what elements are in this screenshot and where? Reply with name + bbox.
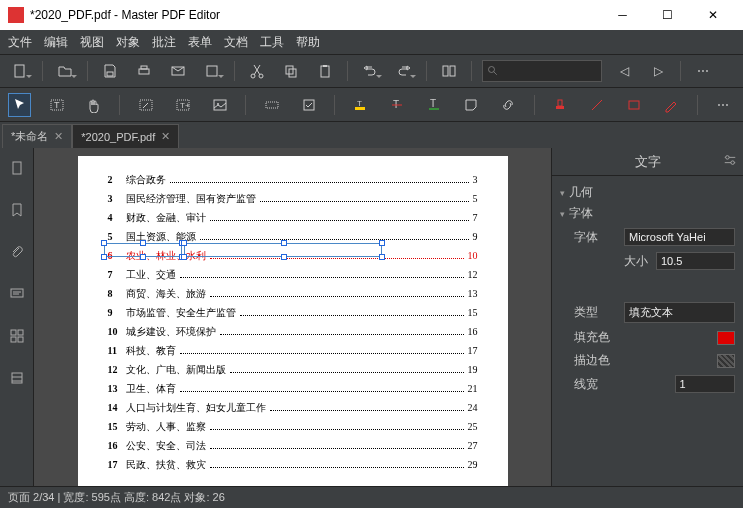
toc-line[interactable]: 3国民经济管理、国有资产监管5 — [108, 192, 478, 206]
toc-line[interactable]: 16公安、安全、司法27 — [108, 439, 478, 453]
svg-rect-33 — [11, 330, 16, 335]
svg-text:T: T — [430, 98, 436, 109]
more-button[interactable]: ⋯ — [691, 59, 715, 83]
layers-button[interactable] — [5, 366, 29, 390]
toc-line[interactable]: 11科技、教育17 — [108, 344, 478, 358]
menu-doc[interactable]: 文档 — [224, 34, 248, 51]
page-view: 2综合政务33国民经济管理、国有资产监管54财政、金融、审计75国土资源、能源9… — [78, 156, 508, 486]
svg-point-39 — [731, 161, 735, 165]
svg-rect-3 — [141, 66, 147, 69]
copy-button[interactable] — [279, 59, 303, 83]
note-tool[interactable] — [460, 93, 483, 117]
toc-line[interactable]: 17民政、扶贫、救灾29 — [108, 458, 478, 472]
comments-button[interactable] — [5, 282, 29, 306]
app-logo — [8, 7, 24, 23]
search-prev-button[interactable]: ◁ — [612, 59, 636, 83]
tab-active[interactable]: *2020_PDF.pdf ✕ — [72, 124, 179, 148]
redo-button[interactable] — [392, 59, 416, 83]
strikeout-tool[interactable]: T — [386, 93, 409, 117]
text-tool[interactable]: T — [45, 93, 68, 117]
svg-rect-0 — [15, 65, 24, 77]
close-button[interactable]: ✕ — [690, 0, 735, 30]
menu-help[interactable]: 帮助 — [296, 34, 320, 51]
status-text: 页面 2/34 | 宽度: 595点 高度: 842点 对象: 26 — [8, 490, 225, 505]
section-font[interactable]: 字体 — [560, 205, 735, 222]
add-text-tool[interactable]: T+ — [171, 93, 194, 117]
form-check-tool[interactable] — [297, 93, 320, 117]
svg-point-14 — [489, 67, 495, 73]
menu-file[interactable]: 文件 — [8, 34, 32, 51]
fill-color-swatch[interactable] — [717, 331, 735, 345]
section-geometry[interactable]: 几何 — [560, 184, 735, 201]
toc-line[interactable]: 10城乡建设、环境保护16 — [108, 325, 478, 339]
pencil-tool[interactable] — [660, 93, 683, 117]
search-next-button[interactable]: ▷ — [646, 59, 670, 83]
open-button[interactable] — [53, 59, 77, 83]
sidebar — [0, 148, 34, 486]
line-tool[interactable] — [586, 93, 609, 117]
menu-form[interactable]: 表单 — [188, 34, 212, 51]
stamp-tool[interactable] — [549, 93, 572, 117]
scan-button[interactable] — [200, 59, 224, 83]
stroke-color-swatch[interactable] — [717, 354, 735, 368]
menu-annotate[interactable]: 批注 — [152, 34, 176, 51]
cut-button[interactable] — [245, 59, 269, 83]
menu-tool[interactable]: 工具 — [260, 34, 284, 51]
toc-line[interactable]: 7工业、交通12 — [108, 268, 478, 282]
edit-text-tool[interactable] — [134, 93, 157, 117]
svg-rect-10 — [321, 66, 329, 77]
svg-rect-30 — [629, 101, 639, 109]
svg-rect-32 — [11, 289, 23, 297]
email-button[interactable] — [166, 59, 190, 83]
close-icon[interactable]: ✕ — [54, 130, 63, 143]
link-tool[interactable] — [497, 93, 520, 117]
width-label: 线宽 — [574, 376, 624, 393]
form-text-tool[interactable] — [260, 93, 283, 117]
document-area[interactable]: 2综合政务33国民经济管理、国有资产监管54财政、金融、审计75国土资源、能源9… — [34, 148, 551, 486]
toc-line[interactable]: 13卫生、体育21 — [108, 382, 478, 396]
toc-line[interactable]: 8商贸、海关、旅游13 — [108, 287, 478, 301]
type-label: 类型 — [574, 304, 624, 321]
toc-line[interactable]: 12文化、广电、新闻出版19 — [108, 363, 478, 377]
print-button[interactable] — [132, 59, 156, 83]
toc-line[interactable]: 14人口与计划生育、妇女儿童工作24 — [108, 401, 478, 415]
type-value[interactable]: 填充文本 — [624, 302, 735, 323]
minimize-button[interactable]: ─ — [600, 0, 645, 30]
highlight-tool[interactable]: T — [349, 93, 372, 117]
underline-tool[interactable]: T — [423, 93, 446, 117]
svg-text:T+: T+ — [180, 101, 190, 110]
svg-rect-36 — [18, 337, 23, 342]
toc-line[interactable]: 15劳动、人事、监察25 — [108, 420, 478, 434]
new-button[interactable] — [8, 59, 32, 83]
toc-line[interactable]: 4财政、金融、审计7 — [108, 211, 478, 225]
attachments-button[interactable] — [5, 240, 29, 264]
maximize-button[interactable]: ☐ — [645, 0, 690, 30]
search-input[interactable] — [482, 60, 602, 82]
size-value[interactable]: 10.5 — [656, 252, 735, 270]
thumbnails-button[interactable] — [5, 156, 29, 180]
font-value[interactable]: Microsoft YaHei — [624, 228, 735, 246]
toc-line[interactable]: 9市场监管、安全生产监管15 — [108, 306, 478, 320]
panel-header: 文字 — [552, 148, 743, 176]
settings-icon[interactable] — [723, 153, 737, 170]
image-tool[interactable] — [208, 93, 231, 117]
width-value[interactable]: 1 — [675, 375, 736, 393]
toc-line[interactable]: 5国土资源、能源9 — [108, 230, 478, 244]
menu-view[interactable]: 视图 — [80, 34, 104, 51]
rect-tool[interactable] — [623, 93, 646, 117]
undo-button[interactable] — [358, 59, 382, 83]
save-button[interactable] — [98, 59, 122, 83]
close-icon[interactable]: ✕ — [161, 130, 170, 143]
bookmarks-button[interactable] — [5, 198, 29, 222]
select-tool[interactable] — [8, 93, 31, 117]
toc-line[interactable]: 2综合政务3 — [108, 173, 478, 187]
more-tools-button[interactable]: ⋯ — [712, 93, 735, 117]
tab-unnamed[interactable]: *未命名 ✕ — [2, 124, 72, 148]
menu-object[interactable]: 对象 — [116, 34, 140, 51]
fields-button[interactable] — [5, 324, 29, 348]
menu-edit[interactable]: 编辑 — [44, 34, 68, 51]
edit-doc-button[interactable] — [437, 59, 461, 83]
paste-button[interactable] — [313, 59, 337, 83]
fill-label: 填充色 — [574, 329, 624, 346]
hand-tool[interactable] — [82, 93, 105, 117]
